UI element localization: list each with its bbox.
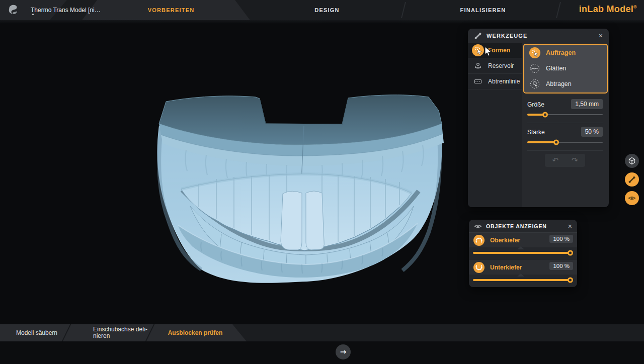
objects-toggle-button[interactable] [625,191,639,205]
glaetten-icon [529,62,541,74]
tools-list: Formen Reservoir Abtrenn [468,43,522,207]
tool-abtrennlinie[interactable]: Abtrennlinie [468,74,522,89]
tab-vorbereiten[interactable]: VORBEREITEN [136,7,206,13]
mode-label: Auftragen [546,49,576,56]
cube-icon [628,157,636,165]
reservoir-icon [471,59,485,72]
view-cube-button[interactable] [625,154,639,168]
undo-button[interactable]: ↶ [552,156,558,165]
oberkiefer-slider[interactable] [473,250,573,255]
size-value[interactable]: 1,50 mm [571,99,603,109]
brand-registered-mark: ® [633,5,637,10]
tab-design[interactable]: DESIGN [301,7,353,13]
strength-value[interactable]: 50 % [581,127,603,137]
row-notch [517,274,524,277]
object-opacity-value[interactable]: 100 % [549,262,573,270]
redo-button[interactable]: ↷ [572,156,578,165]
abtragen-icon [529,78,541,90]
abtrennlinie-icon [471,75,485,88]
tool-modes-submenu: Auftragen Glätten [523,44,608,94]
tool-reservoir[interactable]: Reservoir [468,58,522,74]
object-opacity-value[interactable]: 100 % [549,235,573,243]
tools-panel-header: WERKZEUGE × [468,29,609,43]
object-label: Unterkiefer [490,264,522,271]
eye-icon [628,194,636,202]
next-step-button[interactable]: → [336,344,351,359]
brand-logo: inLab Model® [579,4,637,15]
oberkiefer-icon [473,234,485,246]
wrench-icon [628,175,636,184]
mode-label: Abtragen [546,80,572,87]
wrench-icon [474,32,482,40]
tool-label: Reservoir [488,62,514,69]
bottom-bar: → [0,341,644,364]
unterkiefer-slider[interactable] [473,278,573,283]
row-notch [517,246,524,249]
mode-abtragen[interactable]: Abtragen [524,76,607,92]
tool-label: Formen [488,47,510,54]
objects-panel-title: OBJEKTE ANZEIGEN [486,223,547,229]
slider-knob[interactable] [568,278,573,283]
step-ausblocken-pruefen[interactable]: Ausblocken prüfen [160,329,230,336]
mode-glaetten[interactable]: Glätten [524,60,607,76]
tools-panel-close-button[interactable]: × [599,32,603,39]
size-slider[interactable] [527,112,603,117]
object-row-unterkiefer[interactable]: Unterkiefer 100 % [469,260,577,275]
slider-fill [527,141,556,143]
divider [527,150,603,151]
undo-redo-group: ↶ ↷ [545,154,585,167]
tools-panel-title: WERKZEUGE [487,33,527,39]
topbar-separator [401,2,406,18]
mode-auftragen[interactable]: Auftragen [524,45,607,60]
arrow-right-icon: → [340,347,347,356]
unsaved-indicator-dot [32,14,34,15]
unterkiefer-icon [473,261,485,274]
divider [527,123,603,123]
slider-fill [473,252,570,254]
formen-icon [471,44,485,57]
tab-finalisieren[interactable]: FINALISIEREN [449,7,517,13]
tools-toggle-button[interactable] [625,172,639,187]
topbar-separator [556,2,561,18]
document-title: Thermo Trans Model [ni… [31,7,101,14]
objects-panel-header: OBJEKTE ANZEIGEN × [469,220,577,233]
tool-formen[interactable]: Formen [468,43,522,58]
objects-panel-close-button[interactable]: × [568,223,572,230]
brand-text: inLab Model [579,4,633,14]
slider-knob[interactable] [553,140,559,145]
strength-label: Stärke [527,129,545,136]
slider-fill [473,279,570,281]
top-bar: Thermo Trans Model [ni… VORBEREITEN DESI… [0,0,644,20]
object-label: Oberkiefer [490,237,520,244]
tools-panel: WERKZEUGE × Formen [468,29,609,207]
slider-knob[interactable] [542,112,548,118]
tool-label: Abtrennlinie [488,78,520,85]
slider-fill [527,114,545,116]
app-logo [7,3,20,16]
eye-icon [474,222,482,230]
object-row-oberkiefer[interactable]: Oberkiefer 100 % [469,233,577,247]
workflow-steps-bar: Modell säubern Einschubachse defi- niere… [0,324,644,341]
strength-slider[interactable] [527,140,603,145]
size-label: Größe [527,101,544,108]
objects-panel: OBJEKTE ANZEIGEN × Oberkiefer 100 % Unte… [469,220,577,287]
step-modell-saeubern[interactable]: Modell säubern [9,329,64,336]
slider-knob[interactable] [568,250,573,256]
mode-label: Glätten [546,65,566,72]
dental-model[interactable] [151,90,453,292]
auftragen-icon [529,47,541,59]
app-window: Thermo Trans Model [ni… VORBEREITEN DESI… [0,0,644,364]
step-einschubachse-definieren[interactable]: Einschubachse defi- nieren [93,326,153,339]
